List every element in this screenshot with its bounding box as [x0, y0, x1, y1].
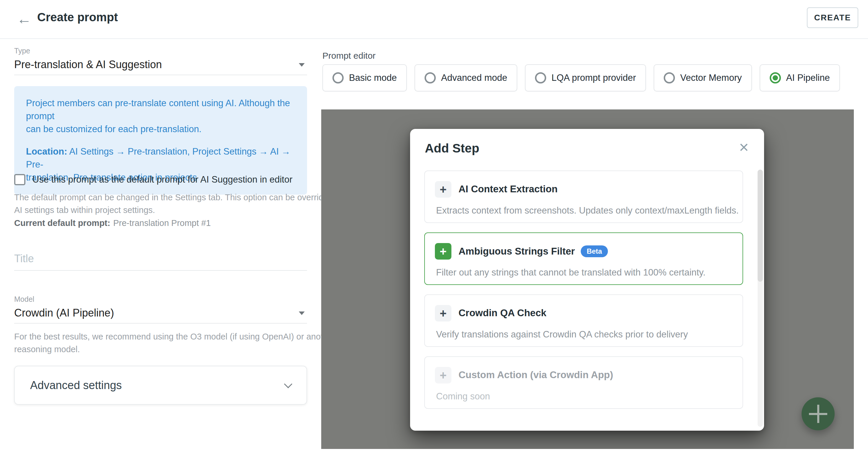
editor-mode-label: LQA prompt provider [552, 73, 636, 83]
step-card[interactable]: + AI Context Extraction Extracts context… [424, 170, 743, 223]
info-location-label: Location: [26, 146, 67, 157]
current-default-prompt: Current default prompt:Pre-translation P… [14, 218, 211, 228]
arrow-left-icon: ← [17, 10, 32, 27]
step-title: Ambiguous Strings Filter [459, 246, 575, 257]
type-label: Type [14, 46, 30, 55]
step-title: AI Context Extraction [459, 183, 558, 195]
scrollbar-thumb[interactable] [757, 170, 763, 282]
current-default-label: Current default prompt: [14, 218, 110, 228]
beta-badge: Beta [581, 245, 608, 257]
radio-icon [664, 72, 675, 83]
editor-mode-option[interactable]: LQA prompt provider [525, 64, 646, 92]
radio-icon [425, 72, 436, 83]
radio-icon [333, 72, 344, 83]
radio-icon [770, 72, 781, 83]
prompt-editor-label: Prompt editor [322, 51, 376, 61]
current-default-value: Pre-translation Prompt #1 [113, 218, 211, 228]
model-label: Model [14, 295, 34, 304]
page-title: Create prompt [37, 11, 118, 24]
editor-mode-label: Basic mode [349, 73, 397, 83]
editor-mode-label: AI Pipeline [786, 73, 830, 83]
editor-mode-group: Basic mode Advanced mode LQA prompt prov… [322, 64, 840, 92]
checkbox-label: Use this prompt as the default prompt fo… [32, 174, 292, 185]
add-step-fab[interactable] [802, 397, 835, 430]
info-paragraph: Project members can pre-translate conten… [26, 97, 295, 136]
model-select-underline [14, 323, 307, 324]
modal-scrollbar[interactable] [757, 170, 763, 427]
chevron-down-icon [284, 380, 292, 388]
close-icon[interactable]: × [739, 138, 749, 157]
type-select[interactable]: Pre-translation & AI Suggestion [14, 58, 162, 71]
modal-title: Add Step [425, 141, 479, 156]
chevron-down-icon [299, 311, 305, 315]
model-help: For the best results, we recommend using… [14, 330, 335, 356]
editor-mode-option[interactable]: Basic mode [322, 64, 407, 92]
editor-mode-option[interactable]: Advanced mode [414, 64, 517, 92]
step-description: Filter out any strings that cannot be tr… [436, 267, 706, 278]
editor-canvas-dimmed: Add Step × + AI Context Extraction Extra… [321, 109, 854, 449]
default-prompt-checkbox-row[interactable]: Use this prompt as the default prompt fo… [14, 174, 292, 185]
step-card[interactable]: + Crowdin QA Check Verify translations a… [424, 294, 743, 347]
checkbox-icon[interactable] [14, 174, 25, 185]
step-card[interactable]: + Ambiguous Strings Filter Beta Filter o… [424, 232, 743, 285]
plus-icon: + [435, 305, 452, 322]
step-description: Verify translations against Crowdin QA c… [436, 329, 688, 340]
editor-mode-label: Vector Memory [680, 73, 742, 83]
editor-mode-label: Advanced mode [441, 73, 507, 83]
plus-icon: + [435, 243, 452, 260]
model-select[interactable]: Crowdin (AI Pipeline) [14, 307, 114, 319]
step-list: + AI Context Extraction Extracts context… [424, 170, 743, 418]
advanced-settings-toggle[interactable]: Advanced settings [14, 366, 307, 405]
add-step-modal: Add Step × + AI Context Extraction Extra… [410, 129, 764, 431]
step-description: Coming soon [436, 391, 490, 402]
back-button[interactable]: ← [16, 10, 33, 28]
editor-mode-option[interactable]: AI Pipeline [760, 64, 840, 92]
create-prompt-screen: ← Create prompt CREATE Type Pre-translat… [0, 0, 868, 469]
step-card[interactable]: + Custom Action (via Crowdin App) Coming… [424, 356, 743, 409]
create-button[interactable]: CREATE [807, 7, 858, 28]
step-description: Extracts context from screenshots. Updat… [436, 205, 739, 216]
radio-icon [535, 72, 546, 83]
editor-mode-option[interactable]: Vector Memory [654, 64, 752, 92]
plus-icon: + [435, 181, 452, 198]
advanced-settings-label: Advanced settings [30, 379, 285, 392]
title-input[interactable] [14, 247, 307, 271]
type-select-underline [14, 75, 307, 75]
plus-icon: + [435, 367, 452, 383]
step-title: Custom Action (via Crowdin App) [459, 369, 613, 380]
header: ← Create prompt CREATE [0, 0, 868, 39]
chevron-down-icon [299, 63, 305, 67]
step-title: Crowdin QA Check [459, 307, 547, 319]
default-prompt-help: The default prompt can be changed in the… [14, 191, 361, 216]
